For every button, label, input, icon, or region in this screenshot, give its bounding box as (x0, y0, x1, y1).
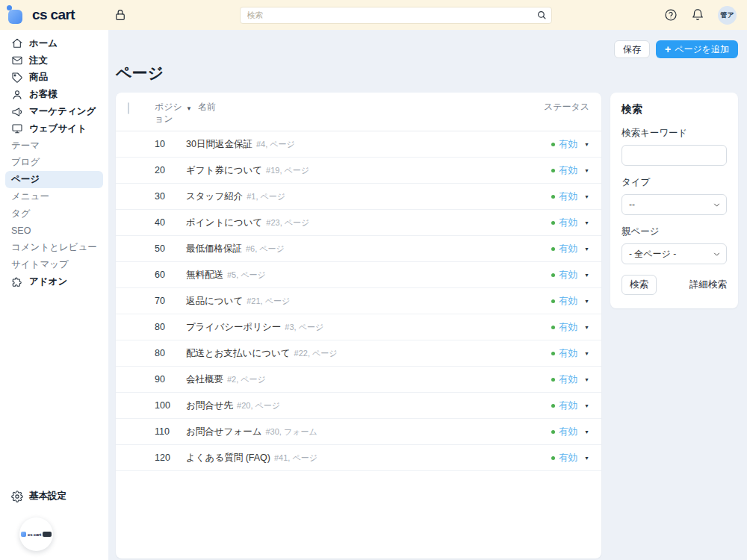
sidebar-item-pages[interactable]: ページ (5, 171, 103, 188)
status-dropdown[interactable]: 有効▼ (507, 347, 589, 360)
sidebar-item-seo[interactable]: SEO (0, 223, 108, 240)
status-label: 有効 (559, 347, 577, 360)
caret-down-icon: ▼ (584, 273, 589, 278)
store-logo-badge[interactable]: cs cart (19, 517, 53, 551)
help-icon[interactable] (664, 8, 678, 22)
parent-page-select[interactable]: - 全ページ - (622, 243, 727, 264)
status-label: 有効 (559, 426, 577, 438)
page-name-link[interactable]: スタッフ紹介 (186, 190, 243, 203)
search-icon[interactable] (536, 10, 547, 20)
advanced-search-link[interactable]: 詳細検索 (689, 279, 727, 291)
status-dot-icon (551, 456, 555, 460)
status-dropdown[interactable]: 有効▼ (507, 138, 589, 151)
status-dot-icon (551, 273, 555, 277)
sidebar-item-blog[interactable]: ブログ (0, 155, 108, 172)
sidebar-item-tags[interactable]: タグ (0, 205, 108, 223)
keyword-label: 検索キーワード (622, 127, 727, 140)
type-label: タイプ (622, 176, 727, 189)
caret-down-icon: ▼ (584, 429, 589, 435)
page-name-link[interactable]: 無料配送 (186, 269, 223, 281)
caret-down-icon: ▼ (584, 403, 589, 408)
status-dot-icon (551, 430, 555, 434)
sidebar-item-themes[interactable]: テーマ (0, 137, 108, 155)
status-dot-icon (551, 299, 555, 303)
sidebar-item-home[interactable]: ホーム (0, 35, 108, 52)
search-button[interactable]: 検索 (622, 275, 657, 295)
status-label: 有効 (559, 399, 577, 412)
page-name-link[interactable]: お問合せフォーム (186, 426, 261, 438)
global-search-input[interactable] (240, 7, 552, 24)
page-name-link[interactable]: 最低価格保証 (186, 243, 242, 255)
caret-down-icon: ▼ (584, 325, 589, 330)
status-label: 有効 (559, 321, 577, 334)
page-name-link[interactable]: 会社概要 (186, 373, 223, 386)
sidebar-item-label: 注文 (29, 55, 48, 67)
status-dropdown[interactable]: 有効▼ (507, 452, 589, 464)
sidebar-item-products[interactable]: 商品 (0, 69, 108, 87)
page-name-link[interactable]: よくある質問 (FAQ) (186, 452, 270, 464)
sidebar-item-settings[interactable]: 基本設定 (0, 488, 108, 505)
status-label: 有効 (559, 243, 577, 255)
status-dropdown[interactable]: 有効▼ (507, 269, 589, 281)
column-header-name[interactable]: 名前 (198, 101, 522, 113)
status-dot-icon (551, 169, 555, 172)
add-page-button[interactable]: + ページを追加 (656, 40, 738, 58)
keyword-input[interactable] (622, 145, 727, 166)
row-position: 80 (155, 322, 186, 332)
sort-desc-icon[interactable]: ▼ (186, 101, 198, 115)
page-name-link[interactable]: ポイントについて (186, 217, 262, 229)
page-meta: #2, ページ (227, 374, 266, 385)
sidebar-item-sitemap[interactable]: サイトマップ (0, 256, 108, 273)
caret-down-icon: ▼ (584, 142, 589, 147)
status-dropdown[interactable]: 有効▼ (507, 164, 589, 177)
column-header-position[interactable]: ポジション (155, 101, 186, 125)
sidebar-item-marketing[interactable]: マーケティング (0, 103, 108, 120)
status-label: 有効 (559, 164, 577, 177)
page-meta: #30, フォーム (265, 426, 317, 438)
user-avatar[interactable]: 管ア (718, 6, 737, 25)
page-name-link[interactable]: ギフト券について (186, 164, 262, 177)
sidebar-item-website[interactable]: ウェブサイト (0, 120, 108, 137)
sidebar-item-label: ホーム (29, 37, 58, 50)
page-name-link[interactable]: 配送とお支払いについて (186, 347, 291, 360)
status-dot-icon (551, 195, 555, 199)
page-name-link[interactable]: プライバシーポリシー (186, 321, 281, 334)
status-dropdown[interactable]: 有効▼ (507, 373, 589, 386)
caret-down-icon: ▼ (584, 351, 589, 356)
select-all-checkbox[interactable] (128, 102, 129, 114)
page-title: ページ (116, 63, 738, 84)
parent-select-value: - 全ページ - (629, 248, 676, 261)
sidebar-item-comments-and-reviews[interactable]: コメントとレビュー (0, 240, 108, 257)
column-header-status[interactable]: ステータス (522, 101, 589, 113)
status-dropdown[interactable]: 有効▼ (507, 295, 589, 308)
sidebar-item-addons[interactable]: アドオン (0, 273, 108, 290)
status-dropdown[interactable]: 有効▼ (507, 426, 589, 438)
bell-icon[interactable] (691, 8, 704, 22)
orders-icon (11, 55, 23, 66)
main-content: 保存 + ページを追加 ページ ポジション ▼ 名前 ステータス 1030日間返… (108, 30, 747, 560)
status-dropdown[interactable]: 有効▼ (507, 243, 589, 255)
page-name-link[interactable]: 返品について (186, 295, 243, 308)
status-dropdown[interactable]: 有効▼ (507, 399, 589, 412)
save-button[interactable]: 保存 (614, 40, 650, 58)
page-actions: 保存 + ページを追加 (116, 40, 738, 58)
page-name-link[interactable]: お問合せ先 (186, 399, 233, 412)
row-position: 30 (155, 191, 186, 202)
table-row: 1030日間返金保証#4, ページ有効▼ (116, 131, 601, 158)
status-dropdown[interactable]: 有効▼ (507, 190, 589, 203)
status-label: 有効 (559, 269, 577, 281)
sidebar-item-menus[interactable]: メニュー (0, 188, 108, 205)
sidebar-item-customers[interactable]: お客様 (0, 86, 108, 103)
search-panel-title: 検索 (622, 103, 727, 116)
status-dropdown[interactable]: 有効▼ (507, 217, 589, 229)
type-select[interactable]: -- (622, 194, 727, 215)
sidebar-item-label: 商品 (29, 71, 48, 84)
app-logo[interactable]: cs cart (7, 6, 103, 24)
lock-icon[interactable] (114, 8, 127, 22)
status-dropdown[interactable]: 有効▼ (507, 321, 589, 334)
page-meta: #19, ページ (266, 165, 309, 176)
status-label: 有効 (559, 190, 577, 203)
page-name-link[interactable]: 30日間返金保証 (186, 138, 252, 151)
sidebar-item-orders[interactable]: 注文 (0, 52, 108, 69)
table-header: ポジション ▼ 名前 ステータス (116, 93, 601, 131)
